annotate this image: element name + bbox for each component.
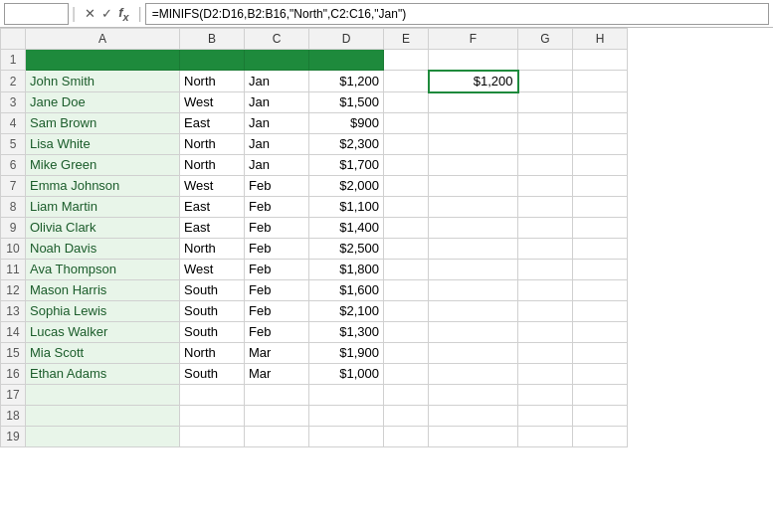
cell-b16[interactable]: South — [180, 364, 245, 385]
cell-d11[interactable]: $1,800 — [309, 260, 384, 280]
cell-c5[interactable]: Jan — [245, 134, 309, 155]
cell-b9[interactable]: East — [180, 218, 245, 239]
cell-e13[interactable] — [384, 301, 429, 322]
cell-c13[interactable]: Feb — [245, 301, 309, 322]
cell-b2[interactable]: North — [180, 71, 245, 92]
cell-a10[interactable]: Noah Davis — [26, 239, 180, 260]
cell-d3[interactable]: $1,500 — [309, 92, 384, 113]
cell-h14[interactable] — [573, 322, 628, 343]
cell-g11[interactable] — [518, 260, 573, 280]
cell-f6[interactable] — [429, 155, 518, 176]
cell-h11[interactable] — [573, 260, 628, 280]
cell-e8[interactable] — [384, 197, 429, 218]
cell-g17[interactable] — [518, 385, 573, 406]
cell-c14[interactable]: Feb — [245, 322, 309, 343]
cell-c8[interactable]: Feb — [245, 197, 309, 218]
cell-a14[interactable]: Lucas Walker — [26, 322, 180, 343]
cell-a17[interactable] — [26, 385, 180, 406]
cell-b10[interactable]: North — [180, 239, 245, 260]
cell-g14[interactable] — [518, 322, 573, 343]
cell-g8[interactable] — [518, 197, 573, 218]
cell-g10[interactable] — [518, 239, 573, 260]
cell-f16[interactable] — [429, 364, 518, 385]
cell-a16[interactable]: Ethan Adams — [26, 364, 180, 385]
cell-c3[interactable]: Jan — [245, 92, 309, 113]
cell-c6[interactable]: Jan — [245, 155, 309, 176]
cell-d13[interactable]: $2,100 — [309, 301, 384, 322]
cell-g6[interactable] — [518, 155, 573, 176]
header-month[interactable] — [245, 50, 309, 71]
cell-e6[interactable] — [384, 155, 429, 176]
cell-a2[interactable]: John Smith — [26, 71, 180, 92]
cell-b8[interactable]: East — [180, 197, 245, 218]
cell-d14[interactable]: $1,300 — [309, 322, 384, 343]
cell-a7[interactable]: Emma Johnson — [26, 176, 180, 197]
cell-e10[interactable] — [384, 239, 429, 260]
cell-c7[interactable]: Feb — [245, 176, 309, 197]
cell-c11[interactable]: Feb — [245, 260, 309, 280]
cell-h2[interactable] — [573, 71, 628, 92]
cell-d4[interactable]: $900 — [309, 113, 384, 134]
header-region[interactable] — [180, 50, 245, 71]
cell-d8[interactable]: $1,100 — [309, 197, 384, 218]
cell-f1[interactable] — [429, 50, 518, 71]
col-header-e[interactable]: E — [384, 29, 429, 50]
cell-d6[interactable]: $1,700 — [309, 155, 384, 176]
cell-g4[interactable] — [518, 113, 573, 134]
cell-a6[interactable]: Mike Green — [26, 155, 180, 176]
cell-b12[interactable]: South — [180, 280, 245, 301]
cell-f9[interactable] — [429, 218, 518, 239]
cell-c16[interactable]: Mar — [245, 364, 309, 385]
cell-f14[interactable] — [429, 322, 518, 343]
cell-c19[interactable] — [245, 427, 309, 447]
cell-e2[interactable] — [384, 71, 429, 92]
cell-a19[interactable] — [26, 427, 180, 447]
cell-g19[interactable] — [518, 427, 573, 447]
cell-b15[interactable]: North — [180, 343, 245, 364]
cell-e14[interactable] — [384, 322, 429, 343]
cell-b5[interactable]: North — [180, 134, 245, 155]
cell-a8[interactable]: Liam Martin — [26, 197, 180, 218]
cell-c9[interactable]: Feb — [245, 218, 309, 239]
cell-h7[interactable] — [573, 176, 628, 197]
col-header-c[interactable]: C — [245, 29, 309, 50]
cell-e11[interactable] — [384, 260, 429, 280]
cell-h5[interactable] — [573, 134, 628, 155]
cell-h16[interactable] — [573, 364, 628, 385]
cell-d19[interactable] — [309, 427, 384, 447]
cell-b14[interactable]: South — [180, 322, 245, 343]
col-header-b[interactable]: B — [180, 29, 245, 50]
cell-c10[interactable]: Feb — [245, 239, 309, 260]
confirm-icon[interactable]: ✓ — [99, 4, 114, 23]
cell-b3[interactable]: West — [180, 92, 245, 113]
cell-e18[interactable] — [384, 406, 429, 427]
cell-h13[interactable] — [573, 301, 628, 322]
cell-e15[interactable] — [384, 343, 429, 364]
cell-a18[interactable] — [26, 406, 180, 427]
cell-h15[interactable] — [573, 343, 628, 364]
cell-d18[interactable] — [309, 406, 384, 427]
cell-d7[interactable]: $2,000 — [309, 176, 384, 197]
cell-d16[interactable]: $1,000 — [309, 364, 384, 385]
cell-f18[interactable] — [429, 406, 518, 427]
cell-reference-box[interactable] — [4, 3, 69, 25]
cell-f7[interactable] — [429, 176, 518, 197]
header-sales[interactable] — [309, 50, 384, 71]
cell-e17[interactable] — [384, 385, 429, 406]
cell-c15[interactable]: Mar — [245, 343, 309, 364]
cell-d5[interactable]: $2,300 — [309, 134, 384, 155]
cell-b18[interactable] — [180, 406, 245, 427]
cell-g5[interactable] — [518, 134, 573, 155]
cell-a11[interactable]: Ava Thompson — [26, 260, 180, 280]
cell-e3[interactable] — [384, 92, 429, 113]
cell-c4[interactable]: Jan — [245, 113, 309, 134]
col-header-a[interactable]: A — [26, 29, 180, 50]
cell-f15[interactable] — [429, 343, 518, 364]
cell-f3[interactable] — [429, 92, 518, 113]
cell-b7[interactable]: West — [180, 176, 245, 197]
col-header-d[interactable]: D — [309, 29, 384, 50]
cell-e5[interactable] — [384, 134, 429, 155]
cell-e12[interactable] — [384, 280, 429, 301]
cell-d10[interactable]: $2,500 — [309, 239, 384, 260]
col-header-f[interactable]: F — [429, 29, 518, 50]
